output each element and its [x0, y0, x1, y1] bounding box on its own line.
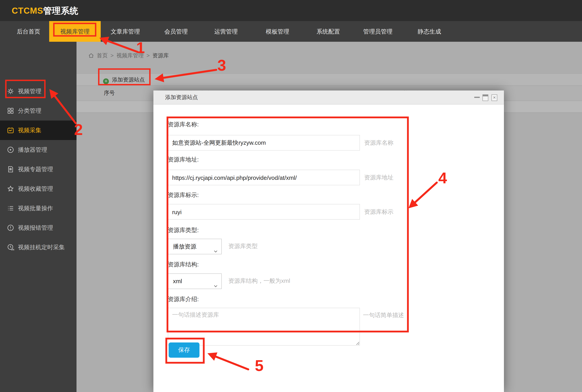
field-label-resource-intro: 资源库介绍:	[168, 296, 199, 303]
nav-item-system-config[interactable]: 系统配置	[303, 21, 354, 42]
field-hint-resource-name: 资源库名称	[364, 139, 394, 147]
app-header: CTCMS管理系统	[0, 0, 582, 21]
sidebar-item-label: 视频批量操作	[18, 198, 53, 218]
nav-item-operations[interactable]: 运营管理	[201, 21, 251, 42]
nav-item-article-library[interactable]: 文章库管理	[100, 21, 151, 42]
resource-flag-input[interactable]	[168, 204, 360, 220]
svg-text:ON: ON	[11, 248, 14, 251]
sidebar-item-video-collect[interactable]: 视频采集	[0, 120, 77, 140]
chevron-down-icon	[213, 279, 218, 283]
star-icon	[7, 185, 15, 193]
chevron-down-icon	[213, 244, 218, 248]
nav-item-members[interactable]: 会员管理	[151, 21, 201, 42]
sidebar-item-label: 视频收藏管理	[18, 179, 53, 198]
add-resource-modal: 添加资源站点 × 资源库名称: 资源库名称 资源库地址: 资源库地址 资源库标示…	[153, 90, 504, 392]
field-hint-resource-intro: 一句话简单描述	[363, 312, 404, 319]
alert-circle-icon	[7, 224, 15, 232]
minimize-icon[interactable]	[474, 94, 480, 100]
field-hint-resource-structure: 资源库结构，一般为xml	[228, 277, 290, 285]
nav-item-admins[interactable]: 管理员管理	[353, 21, 403, 42]
sidebar-item-video-manage[interactable]: 视频管理	[0, 82, 77, 101]
nav-item-dashboard[interactable]: 后台首页	[3, 21, 54, 42]
nav-item-video-library[interactable]: 视频库管理	[49, 21, 101, 42]
resource-structure-value: xml	[173, 278, 182, 284]
list-icon	[7, 204, 15, 212]
sidebar-item-label: 视频挂机定时采集	[18, 238, 65, 257]
resource-structure-select[interactable]: xml	[168, 274, 222, 289]
gear-icon	[7, 87, 15, 95]
topic-doc-icon	[7, 166, 15, 173]
sidebar-item-video-favorite-manage[interactable]: 视频收藏管理	[0, 179, 77, 198]
close-icon[interactable]: ×	[491, 94, 497, 101]
brand-logo: CTCMS管理系统	[12, 5, 78, 17]
modal-title-bar[interactable]: 添加资源站点 ×	[153, 90, 504, 104]
brand-rest: 管理系统	[43, 6, 78, 16]
resource-intro-textarea[interactable]	[168, 308, 360, 346]
field-label-resource-flag: 资源库标示:	[168, 192, 199, 199]
brand-highlight: CTCMS	[12, 6, 43, 16]
resource-type-value: 播放资源	[173, 243, 196, 250]
sidebar-item-label: 分类管理	[18, 101, 41, 120]
timer-clock-icon: ON	[7, 244, 15, 251]
sidebar-item-label: 播放器管理	[18, 140, 47, 160]
play-circle-icon	[7, 146, 15, 154]
sidebar-item-video-topic-manage[interactable]: 视频专题管理	[0, 160, 77, 179]
sidebar-item-video-error-manage[interactable]: 视频报错管理	[0, 218, 77, 238]
field-hint-resource-flag: 资源库标示	[364, 208, 394, 216]
resource-name-input[interactable]	[168, 135, 360, 150]
sidebar: 视频管理 分类管理 视频采集 播放器管理 视频专题管理 视频收藏管理 视频批量操…	[0, 42, 77, 392]
resource-url-input[interactable]	[168, 170, 360, 185]
resource-type-select[interactable]: 播放资源	[168, 239, 222, 254]
field-label-resource-name: 资源库名称:	[168, 121, 199, 128]
field-hint-resource-url: 资源库地址	[364, 174, 394, 181]
nav-item-static-gen[interactable]: 静态生成	[404, 21, 455, 42]
sidebar-item-label: 视频报错管理	[18, 218, 53, 238]
app-window: CTCMS管理系统 后台首页 视频库管理 文章库管理 会员管理 运营管理 模板管…	[0, 0, 582, 392]
field-label-resource-type: 资源库类型:	[168, 226, 199, 234]
nav-item-templates[interactable]: 模板管理	[252, 21, 303, 42]
grid-icon	[7, 107, 15, 115]
sidebar-item-label: 视频专题管理	[18, 160, 53, 179]
save-button[interactable]: 保存	[169, 342, 199, 358]
sidebar-item-category-manage[interactable]: 分类管理	[0, 101, 77, 120]
sidebar-item-video-timer-collect[interactable]: ON 视频挂机定时采集	[0, 238, 77, 257]
sidebar-item-video-batch-ops[interactable]: 视频批量操作	[0, 198, 77, 218]
field-hint-resource-type: 资源库类型	[228, 242, 258, 250]
collect-icon	[7, 126, 15, 134]
sidebar-item-label: 视频管理	[18, 82, 41, 101]
sidebar-item-player-manage[interactable]: 播放器管理	[0, 140, 77, 160]
top-nav: 后台首页 视频库管理 文章库管理 会员管理 运营管理 模板管理 系统配置 管理员…	[0, 21, 582, 42]
maximize-icon[interactable]	[482, 94, 488, 101]
field-label-resource-structure: 资源库结构:	[168, 261, 199, 268]
field-label-resource-url: 资源库地址:	[168, 156, 199, 164]
modal-title: 添加资源站点	[165, 90, 198, 104]
sidebar-item-label: 视频采集	[18, 120, 41, 140]
